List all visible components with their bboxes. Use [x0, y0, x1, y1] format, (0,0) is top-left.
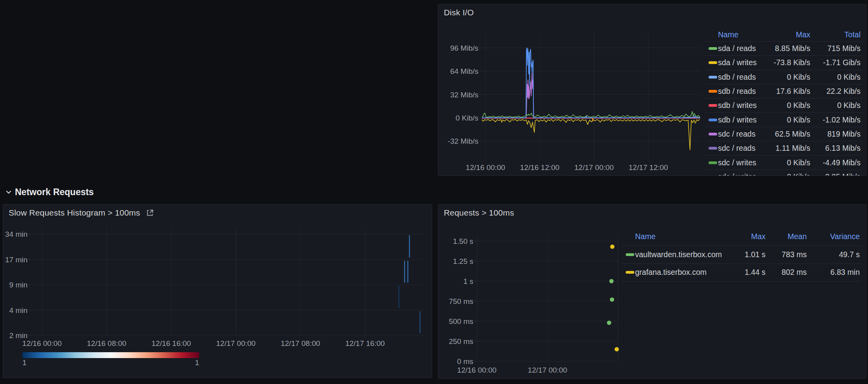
legend-value-max: 0 Kib/s — [765, 115, 812, 124]
series-color-swatch — [709, 176, 717, 176]
legend-swatch-cell — [705, 90, 718, 93]
section-network-requests[interactable]: Network Requests — [5, 186, 94, 198]
legend-value-mean: 783 ms — [767, 250, 808, 259]
legend-value-max: -73.8 Kib/s — [765, 58, 812, 67]
y-tick-label: 17 min — [5, 256, 27, 264]
y-tick-label: 9 min — [9, 281, 27, 289]
y-tick-label: 4 min — [9, 306, 27, 315]
x-tick-label: 12/17 00:00 — [528, 366, 567, 374]
heatmap-cell — [399, 286, 400, 308]
legend-series-name[interactable]: grafana.tiserbox.com — [635, 268, 728, 277]
legend-value-total: -4.49 Mib/s — [812, 158, 862, 167]
legend-header-max[interactable]: Max — [728, 232, 767, 241]
legend-header-variance[interactable]: Variance — [808, 232, 861, 241]
legend-swatch-cell — [705, 104, 718, 107]
y-tick-label: 500 ms — [449, 317, 473, 325]
x-tick-label: 12/16 00:00 — [457, 366, 496, 374]
legend-series-name[interactable]: sda / reads — [718, 44, 765, 53]
scatter-point — [615, 347, 619, 351]
scatter-point — [610, 245, 615, 249]
legend-row: sda / reads8.85 Mib/s715 Mib/s — [705, 42, 862, 56]
series-color-swatch — [709, 47, 717, 50]
legend-series-name[interactable]: sdb / reads — [718, 73, 765, 82]
legend-value-max: 0 Kib/s — [765, 73, 812, 82]
series-color-swatch — [709, 104, 717, 107]
legend-swatch-cell — [622, 253, 635, 256]
legend-swatch-cell — [622, 271, 635, 274]
y-tick-label: 750 ms — [449, 297, 473, 305]
legend-swatch-cell — [705, 161, 718, 164]
disk-io-panel: Disk I/O 12/16 00:0012/16 12:0012/17 00:… — [438, 4, 866, 176]
legend-header-mean[interactable]: Mean — [767, 232, 808, 241]
legend-series-name[interactable]: sdc / writes — [718, 172, 765, 176]
x-tick-label: 12/17 16:00 — [345, 339, 385, 347]
legend-row: sdb / writes0 Kib/s0 Kib/s — [705, 99, 862, 113]
legend-series-name[interactable]: sdc / reads — [718, 144, 765, 153]
legend-series-name[interactable]: sda / writes — [718, 58, 765, 67]
requests-legend: NameMaxMeanVariancevaultwarden.tiserbox.… — [622, 228, 861, 282]
y-tick-label: 32 Mib/s — [450, 91, 478, 99]
histogram-chart[interactable]: 12/16 00:0012/16 08:0012/16 16:0012/17 0… — [3, 205, 432, 378]
y-tick-label: 96 Mib/s — [450, 44, 478, 52]
legend-swatch-cell — [705, 61, 718, 64]
legend-row: sdc / reads62.5 Mib/s819 Mib/s — [705, 127, 862, 141]
legend-value-max: 1.11 Mib/s — [765, 144, 812, 153]
legend-value-total: -1.02 Mib/s — [812, 115, 862, 124]
legend-header-row: NameMaxTotal — [705, 28, 862, 42]
x-tick-label: 12/17 00:00 — [216, 339, 255, 347]
legend-header-row: NameMaxMeanVariance — [622, 228, 861, 246]
x-tick-label: 12/16 08:00 — [87, 339, 126, 347]
colorbar-min-label: 1 — [22, 358, 27, 367]
legend-swatch-cell — [705, 119, 718, 121]
legend-header-max[interactable]: Max — [765, 30, 812, 39]
legend-row: sdc / writes0 Kib/s-4.49 Mib/s — [705, 155, 862, 170]
series-reads-burst-blue- — [482, 48, 700, 118]
requests-panel: Requests > 100ms 12/16 00:0012/17 00:001… — [438, 204, 866, 379]
legend-value-max: 8.85 Mib/s — [765, 44, 812, 53]
legend-series-name[interactable]: vaultwarden.tiserbox.com — [635, 250, 728, 259]
legend-series-name[interactable]: sdc / writes — [718, 158, 765, 167]
legend-row: sda / writes-73.8 Kib/s-1.71 Gib/s — [705, 56, 862, 70]
series-color-swatch — [709, 119, 717, 121]
y-tick-label: 2 min — [9, 331, 27, 340]
legend-value-max: 62.5 Mib/s — [765, 130, 812, 139]
legend-series-name[interactable]: sdb / writes — [718, 115, 765, 124]
legend-value-variance: 6.83 min — [808, 268, 861, 277]
series-color-swatch — [709, 61, 717, 64]
legend-value-total: -2.05 Mib/s — [812, 172, 862, 176]
x-tick-label: 12/16 00:00 — [22, 339, 62, 347]
series-color-swatch — [709, 76, 717, 79]
x-tick-label: 12/17 00:00 — [574, 163, 613, 172]
section-title: Network Requests — [15, 187, 94, 197]
legend-value-max: 1.44 s — [728, 268, 767, 277]
series-color-swatch — [709, 133, 717, 135]
legend-swatch-cell — [705, 147, 718, 150]
legend-series-name[interactable]: sdb / reads — [718, 87, 765, 96]
legend-header-name[interactable]: Name — [718, 30, 765, 39]
legend-value-max: 0 Kib/s — [765, 172, 812, 176]
slow-requests-histogram-panel: Slow Requests Histogram > 100ms 12/16 00… — [3, 204, 432, 378]
legend-swatch-cell — [705, 76, 718, 79]
legend-value-mean: 802 ms — [767, 268, 808, 277]
heatmap-cell — [407, 261, 408, 283]
x-tick-label: 12/17 12:00 — [629, 163, 668, 172]
legend-header-total[interactable]: Total — [812, 30, 862, 39]
x-tick-label: 12/16 12:00 — [520, 163, 559, 172]
legend-row: sdc / reads1.11 Mib/s6.13 Mib/s — [705, 141, 862, 155]
heatmap-cell — [419, 311, 421, 333]
legend-value-max: 0 Kib/s — [765, 158, 812, 167]
legend-value-total: -1.71 Gib/s — [812, 58, 862, 67]
scatter-point — [610, 297, 614, 302]
legend-value-total: 22.2 Kib/s — [812, 87, 862, 96]
legend-header-name[interactable]: Name — [635, 232, 728, 241]
scatter-point — [609, 279, 613, 283]
legend-value-variance: 49.7 s — [808, 250, 861, 259]
legend-series-name[interactable]: sdb / writes — [718, 101, 765, 110]
series-color-swatch — [709, 90, 717, 93]
y-tick-label: 64 Mib/s — [450, 67, 478, 75]
chevron-down-icon — [5, 189, 12, 195]
series-color-swatch — [709, 147, 717, 150]
legend-row: sdb / reads0 Kib/s0 Kib/s — [705, 70, 862, 84]
x-tick-label: 12/16 16:00 — [152, 339, 191, 347]
legend-series-name[interactable]: sdc / reads — [718, 130, 765, 139]
